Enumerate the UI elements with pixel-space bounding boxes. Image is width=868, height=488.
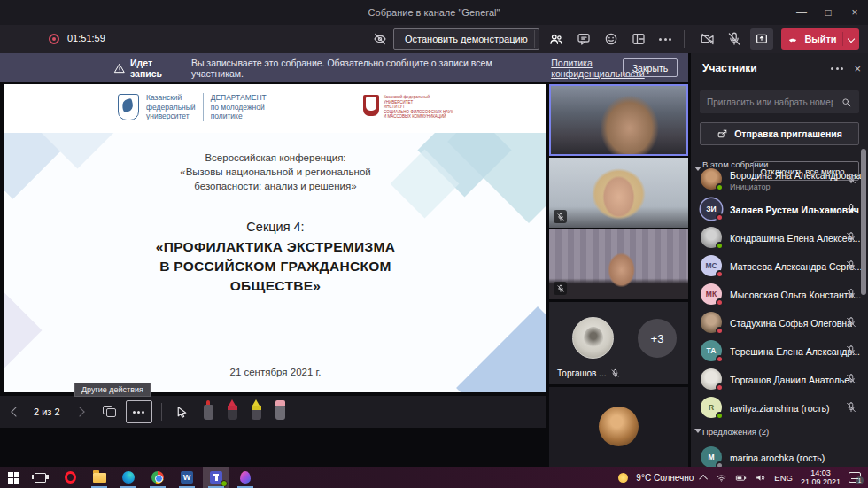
next-slide-icon[interactable]: [74, 407, 84, 416]
participants-panel: Участники × Отправка приглашения В этом …: [691, 53, 868, 467]
avatar: МК: [701, 283, 722, 305]
mic-on-icon[interactable]: [845, 203, 857, 215]
participant-row[interactable]: Торгашов Даниил Анатолье...: [691, 365, 868, 393]
video-tile-avatar-group[interactable]: +3 Торгашов ...: [549, 302, 688, 384]
close-button[interactable]: ×: [841, 0, 868, 25]
mic-off-icon[interactable]: [845, 316, 857, 329]
participant-row[interactable]: ЗИ Заляев Рустем Ильхамович: [691, 195, 868, 223]
participants-icon[interactable]: [548, 31, 564, 47]
windows-taskbar: W 9°C Солнечно ENG 14:03 21.09.2021 1: [0, 467, 868, 488]
edge-icon: [122, 471, 135, 484]
participant-row[interactable]: Стадухина Софья Олеговна: [691, 308, 868, 337]
video-tile[interactable]: [549, 158, 688, 228]
chat-icon[interactable]: [576, 31, 592, 47]
laser-pointer-tool-icon[interactable]: [204, 405, 213, 420]
avatar: [701, 168, 722, 190]
mic-off-icon[interactable]: [845, 259, 857, 272]
task-view-button[interactable]: [27, 467, 53, 488]
panel-close-icon[interactable]: ×: [854, 62, 861, 75]
leave-options-chevron-icon[interactable]: [843, 36, 859, 42]
more-actions-button[interactable]: [126, 400, 152, 423]
presentation-slide: Казанский федеральный университет ДЕПАРТ…: [4, 84, 546, 392]
minimize-button[interactable]: —: [788, 0, 815, 25]
weather-text[interactable]: 9°C Солнечно: [636, 473, 694, 483]
avatar: ТА: [701, 340, 722, 361]
participant-label: Торгашов ...: [557, 368, 606, 378]
notification-count-badge: 1: [856, 476, 864, 484]
participant-row[interactable]: R ravilya.zianshina (гость): [691, 393, 868, 422]
share-screen-button[interactable]: [750, 28, 773, 50]
tray-expand-icon[interactable]: [699, 474, 708, 483]
status-dot: [716, 327, 724, 335]
teams-taskbar-button[interactable]: [203, 467, 229, 488]
video-thumbnails-column: +3 Торгашов ...: [549, 82, 688, 467]
opera-taskbar-button[interactable]: [57, 467, 83, 488]
word-taskbar-button[interactable]: W: [174, 467, 200, 488]
video-tile[interactable]: [549, 229, 688, 299]
mic-off-icon[interactable]: [726, 31, 742, 47]
eraser-tool-icon[interactable]: [275, 405, 285, 420]
mic-off-icon[interactable]: [845, 401, 857, 414]
highlighter-tool-icon[interactable]: [252, 405, 261, 420]
participant-row[interactable]: Кондрашина Елена Алексее...: [691, 223, 868, 252]
avatar: [599, 407, 639, 446]
mic-off-icon[interactable]: [845, 345, 857, 357]
panel-scrollbar[interactable]: [861, 149, 866, 295]
invite-search-box[interactable]: [700, 90, 859, 113]
kfu-shield-icon: [118, 94, 139, 120]
muted-badge: [554, 210, 567, 223]
institute-logo: Казанский федеральный УНИВЕРСИТЕТ ИНСТИТ…: [363, 95, 453, 120]
participant-row[interactable]: Бородина Яна Александровна Инициатор: [691, 163, 868, 195]
start-button[interactable]: [0, 467, 27, 488]
send-invite-button[interactable]: Отправка приглашения: [700, 122, 859, 145]
participant-row[interactable]: ТА Терешина Елена Александр...: [691, 337, 868, 365]
page-indicator: 2 из 2: [34, 407, 60, 417]
paint-droplet-icon: [240, 471, 251, 484]
panel-title: Участники: [702, 62, 757, 74]
banner-close-button[interactable]: Закрыть: [623, 58, 678, 77]
mic-off-icon[interactable]: [845, 231, 857, 244]
slide-overview-icon[interactable]: [103, 406, 117, 418]
chrome-taskbar-button[interactable]: [144, 467, 171, 488]
banner-message: Вы записываете это собрание. Обязательно…: [191, 58, 546, 79]
collapse-caret-icon[interactable]: [694, 429, 701, 433]
stop-share-button[interactable]: Остановить демонстрацию: [393, 28, 539, 50]
avatar: [572, 317, 614, 359]
opera-icon: [65, 471, 76, 484]
overflow-count-badge[interactable]: +3: [638, 319, 677, 358]
more-options-icon[interactable]: [659, 38, 671, 41]
breakout-rooms-icon[interactable]: [631, 31, 647, 47]
invite-search-input[interactable]: [700, 97, 841, 107]
paint-taskbar-button[interactable]: [232, 467, 259, 488]
cursor-tool-icon[interactable]: [174, 405, 190, 420]
word-icon: W: [181, 471, 193, 484]
volume-icon[interactable]: [755, 472, 766, 484]
panel-more-icon[interactable]: [831, 67, 843, 70]
maximize-button[interactable]: □: [815, 0, 841, 25]
search-icon: [841, 97, 852, 108]
leave-button[interactable]: Выйти: [781, 28, 859, 50]
participant-row[interactable]: МС Матвеева Александра Серге...: [691, 252, 868, 280]
participant-row[interactable]: МК Мысовская Ольга Константи...: [691, 280, 868, 308]
incoming-video-off-icon[interactable]: [372, 31, 388, 47]
meeting-control-bar: 01:51:59 Остановить демонстрацию Выйти: [0, 25, 868, 53]
action-center-icon[interactable]: 1: [849, 472, 861, 483]
red-pen-tool-icon[interactable]: [228, 405, 237, 420]
wifi-icon[interactable]: [716, 472, 727, 484]
language-indicator[interactable]: ENG: [774, 473, 793, 483]
avatar: МС: [701, 255, 722, 276]
hang-up-icon: [787, 33, 799, 45]
taskbar-clock[interactable]: 14:03 21.09.2021: [801, 469, 841, 486]
avatar: [701, 312, 722, 333]
video-tile-avatar[interactable]: [549, 387, 688, 467]
video-tile-active-speaker[interactable]: [549, 84, 688, 156]
edge-taskbar-button[interactable]: [115, 467, 142, 488]
mic-off-icon[interactable]: [845, 373, 857, 385]
camera-off-icon[interactable]: [700, 31, 716, 47]
reactions-icon[interactable]: [603, 31, 619, 47]
mic-off-icon[interactable]: [845, 288, 857, 300]
mic-off-icon[interactable]: [845, 173, 857, 185]
explorer-taskbar-button[interactable]: [86, 467, 112, 488]
previous-slide-icon[interactable]: [11, 407, 20, 416]
battery-icon[interactable]: [735, 472, 747, 484]
